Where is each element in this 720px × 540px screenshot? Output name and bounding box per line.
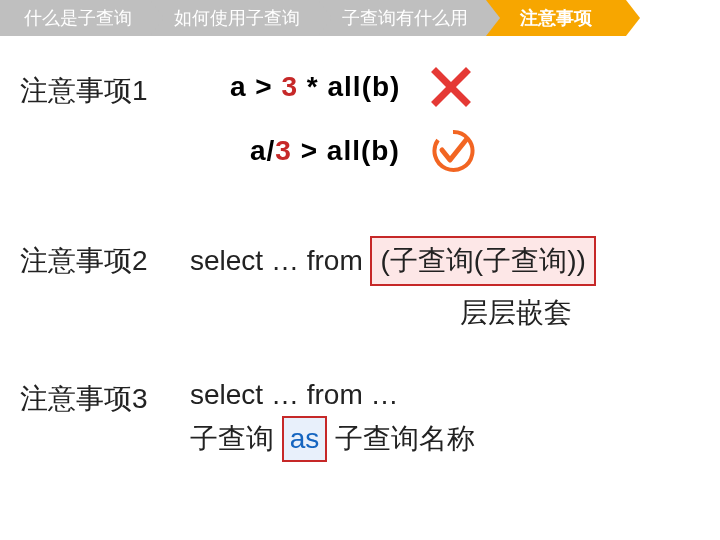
- formula-text: > all(b): [292, 135, 400, 166]
- formula-correct: a/3 > all(b): [250, 135, 400, 167]
- code-text: 子查询: [190, 423, 282, 454]
- note-3: 注意事项3 select … from … 子查询 as 子查询名称: [20, 374, 700, 462]
- highlight-number: 3: [275, 135, 292, 166]
- note-1: 注意事项1 a > 3 * all(b) a/3 > all(b): [20, 66, 700, 194]
- check-icon: [430, 128, 476, 174]
- note-2: 注意事项2 select … from (子查询(子查询)) 层层嵌套: [20, 236, 700, 332]
- note-2-code: select … from (子查询(子查询)): [190, 236, 700, 286]
- slide-content: 注意事项1 a > 3 * all(b) a/3 > all(b): [0, 36, 720, 482]
- note-3-line2: 子查询 as 子查询名称: [190, 416, 700, 462]
- note-1-label: 注意事项1: [20, 72, 190, 110]
- formula-correct-row: a/3 > all(b): [250, 128, 700, 174]
- formula-wrong-row: a > 3 * all(b): [230, 66, 700, 108]
- note-3-line1: select … from …: [190, 374, 700, 416]
- tab-what[interactable]: 什么是子查询: [0, 0, 150, 36]
- nested-subquery-box: (子查询(子查询)): [370, 236, 595, 286]
- code-text: select … from: [190, 245, 370, 276]
- as-keyword-box: as: [282, 416, 328, 462]
- formula-wrong: a > 3 * all(b): [230, 71, 400, 103]
- formula-text: * all(b): [298, 71, 400, 102]
- tab-why[interactable]: 子查询有什么用: [318, 0, 486, 36]
- note-3-label: 注意事项3: [20, 380, 190, 418]
- tab-notes[interactable]: 注意事项: [486, 0, 626, 36]
- note-2-caption: 层层嵌套: [460, 294, 700, 332]
- highlight-number: 3: [281, 71, 298, 102]
- cross-icon: [430, 66, 472, 108]
- breadcrumb-tabs: 什么是子查询 如何使用子查询 子查询有什么用 注意事项: [0, 0, 720, 36]
- formula-text: a >: [230, 71, 281, 102]
- note-2-label: 注意事项2: [20, 242, 190, 280]
- tab-how[interactable]: 如何使用子查询: [150, 0, 318, 36]
- code-text: 子查询名称: [327, 423, 475, 454]
- formula-text: a/: [250, 135, 275, 166]
